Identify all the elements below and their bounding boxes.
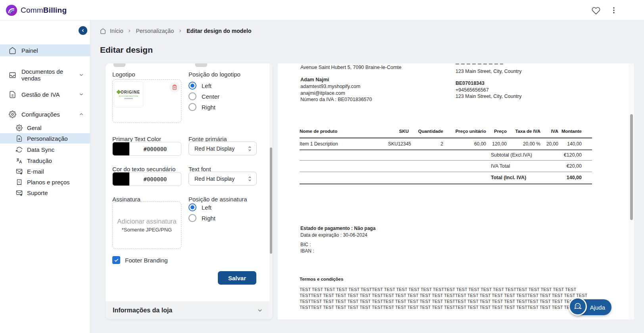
table-divider [300, 184, 592, 184]
primary-font-select[interactable]: Red Hat Display [188, 142, 257, 155]
grand-total-row: Total (Incl. IVA) 140,00 [300, 175, 592, 180]
cell-vat: 20,00 [540, 141, 558, 147]
seller-email: anajmi@itplace.com [300, 90, 345, 97]
sidebar-item-data-sync[interactable]: Data Sync [0, 145, 90, 154]
text-font-select[interactable]: Red Hat Display [188, 172, 257, 186]
primary-color-label: Primary Text Color [112, 136, 161, 142]
table-divider [300, 138, 592, 138]
logo-position-option-center[interactable]: Center [188, 92, 219, 100]
sidebar-item-label: Data Sync [27, 146, 54, 153]
signature-upload-dropzone[interactable]: Adicionar assinatura *Somente JPEG/PNG [112, 201, 181, 249]
secondary-color-input[interactable]: #000000 [112, 172, 181, 186]
terms-body: TEST TEST TEST TEST TEST TESTTEST TEST T… [300, 287, 594, 310]
color-value: #000000 [129, 146, 181, 152]
form-scrollbar-thumb[interactable] [270, 147, 272, 254]
mail-gear-icon [16, 189, 23, 196]
store-info-section-header[interactable]: Informações da loja [106, 301, 273, 320]
translate-icon [16, 157, 23, 164]
sidebar-item-gestao-de-iva[interactable]: Gestão de IVA [0, 89, 90, 100]
cell-price: 120,00 [486, 141, 507, 147]
sidebar-item-suporte[interactable]: Suporte [0, 188, 90, 197]
radio-icon [188, 92, 196, 100]
logo-position-option-right[interactable]: Right [188, 103, 215, 111]
app-window: CommBilling Painel Documentos de vendas [0, 0, 644, 333]
sidebar-item-email[interactable]: E-mail [0, 166, 90, 176]
select-arrows-icon [247, 176, 252, 182]
vat-document-icon [9, 91, 16, 98]
logo-upload-dropzone[interactable]: ORIGINE ÉCOCONSTRUCTION [112, 79, 181, 123]
radio-icon [188, 103, 196, 111]
scrolled-control-fragment [113, 63, 125, 67]
radio-label: Right [202, 215, 215, 222]
color-swatch[interactable] [113, 172, 129, 186]
buyer-vat: BE07018343 [456, 80, 484, 87]
sidebar-item-planos-e-precos[interactable]: € Planos e preços [0, 177, 90, 187]
sidebar-item-label: Gestão de IVA [21, 91, 60, 98]
signature-position-option-left[interactable]: Left [188, 203, 211, 211]
footer-branding-checkbox[interactable]: Footer Branding [112, 256, 168, 264]
svg-text:€: € [18, 180, 20, 183]
uploaded-logo-image: ORIGINE ÉCOCONSTRUCTION [114, 81, 143, 107]
brand-mark-icon [6, 4, 17, 16]
settings-gear-icon [9, 111, 16, 118]
top-bar: CommBilling [0, 0, 644, 21]
breadcrumb-item[interactable]: Início [110, 28, 123, 34]
sidebar-collapse-button[interactable] [79, 26, 87, 35]
select-value: Red Hat Display [194, 145, 247, 152]
table-divider [300, 172, 592, 172]
file-gear-icon [16, 135, 23, 142]
sidebar-item-traducao[interactable]: Tradução [0, 156, 90, 165]
sidebar-item-label: Geral [27, 124, 42, 131]
col-header: Preço [486, 129, 507, 134]
logo-image-wordmark: ORIGINE [121, 90, 140, 94]
logo-position-option-left[interactable]: Left [188, 82, 211, 90]
sidebar-item-label: Personalização [27, 135, 68, 142]
radio-icon [188, 82, 196, 90]
breadcrumb-item[interactable]: Personalização [136, 28, 174, 34]
sidebar-item-configuracoes[interactable]: Configurações [0, 109, 90, 119]
col-header: IVA [540, 129, 558, 134]
sidebar-item-label: Configurações [21, 111, 60, 118]
store-info-label: Informações da loja [113, 307, 172, 314]
chevron-up-icon [79, 111, 84, 117]
page-title: Editar design [100, 45, 153, 55]
payment-expiry-line: Data de expiração : 30-06-2024 [300, 232, 367, 239]
logo-image-subtitle: ÉCOCONSTRUCTION [119, 95, 138, 97]
kebab-menu-icon[interactable] [609, 6, 618, 15]
checkbox-checked-icon [112, 256, 120, 264]
sidebar-item-personalizacao[interactable]: Personalização [0, 133, 90, 144]
delete-logo-button[interactable] [169, 82, 180, 92]
sync-icon [16, 146, 23, 153]
seller-vat-line: Número da IVA : BE0701836570 [300, 96, 372, 103]
sidebar-item-label: E-mail [27, 168, 44, 175]
invoice-table-row: Item 1 Description SKU12345 2 60,00 120,… [300, 141, 592, 147]
help-label: Ajuda [590, 304, 605, 311]
signature-position-option-right[interactable]: Right [188, 214, 215, 222]
signature-placeholder: Adicionar assinatura [117, 218, 177, 225]
primary-color-input[interactable]: #000000 [112, 142, 181, 156]
gear-icon [16, 124, 23, 131]
chevron-right-icon [178, 29, 183, 33]
mail-gear-icon [16, 168, 23, 175]
chevron-down-icon [79, 92, 84, 97]
favorites-heart-icon[interactable] [592, 6, 600, 15]
color-value: #000000 [129, 176, 181, 182]
sidebar-item-documentos-de-vendas[interactable]: Documentos de vendas [0, 70, 90, 80]
col-header: Taxa de IVA [507, 129, 540, 134]
receipt-euro-icon: € [16, 179, 23, 186]
radio-label: Center [202, 93, 219, 100]
sales-documents-icon [9, 71, 16, 79]
sidebar-item-painel[interactable]: Painel [0, 44, 90, 56]
subtotal-label: Subtotal (Excl.IVA) [491, 152, 532, 158]
brand-logo[interactable]: CommBilling [6, 4, 67, 16]
save-button[interactable]: Salvar [218, 271, 256, 285]
seller-name: Adam Najmi [300, 77, 329, 83]
sidebar-item-geral[interactable]: Geral [0, 123, 90, 132]
help-chat-button[interactable] [569, 297, 587, 316]
radio-label: Left [202, 82, 211, 89]
cell-product-name: Item 1 Description [300, 141, 377, 147]
logo-position-label: Posição do logotipo [188, 71, 240, 78]
preview-scrollbar-thumb[interactable] [630, 114, 633, 220]
color-swatch[interactable] [113, 142, 129, 155]
brand-prefix: Comm [21, 6, 43, 14]
